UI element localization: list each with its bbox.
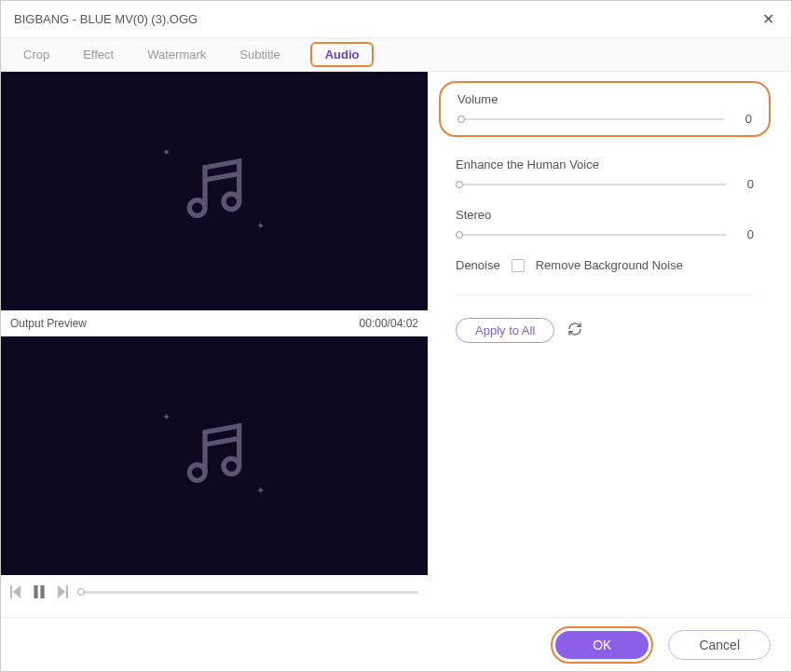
svg-rect-7 bbox=[66, 585, 68, 598]
music-note-icon: ✦ ✦ bbox=[177, 152, 252, 230]
svg-rect-5 bbox=[34, 585, 37, 598]
ok-button[interactable]: OK bbox=[555, 631, 649, 659]
controls-column: Volume 0 Enhance the Human Voice 0 bbox=[428, 72, 791, 617]
refresh-icon[interactable] bbox=[567, 322, 582, 340]
svg-point-1 bbox=[224, 194, 239, 210]
svg-rect-4 bbox=[10, 585, 12, 598]
tab-subtitle[interactable]: Subtitle bbox=[236, 42, 283, 67]
music-note-icon: ✦ ✦ bbox=[177, 417, 252, 495]
volume-slider-row: 0 bbox=[457, 112, 752, 126]
output-preview: ✦ ✦ bbox=[1, 336, 428, 575]
volume-group: Volume 0 bbox=[439, 81, 771, 137]
volume-thumb[interactable] bbox=[457, 116, 465, 123]
denoise-checkbox[interactable] bbox=[512, 259, 525, 272]
footer: OK Cancel bbox=[1, 617, 791, 671]
cancel-button[interactable]: Cancel bbox=[668, 630, 771, 660]
denoise-checkbox-label: Remove Background Noise bbox=[536, 258, 683, 272]
preview-info-row: Output Preview 00:00/04:02 bbox=[1, 310, 428, 336]
denoise-row: Denoise Remove Background Noise bbox=[456, 258, 754, 272]
tab-bar: Crop Effect Watermark Subtitle Audio bbox=[1, 38, 791, 72]
enhance-group: Enhance the Human Voice 0 bbox=[456, 158, 754, 191]
svg-point-2 bbox=[189, 465, 205, 481]
tab-watermark[interactable]: Watermark bbox=[143, 42, 210, 67]
pause-icon[interactable] bbox=[33, 585, 46, 598]
enhance-label: Enhance the Human Voice bbox=[456, 158, 754, 171]
output-preview-label: Output Preview bbox=[10, 317, 87, 330]
enhance-value: 0 bbox=[737, 177, 754, 191]
apply-row: Apply to All bbox=[456, 318, 754, 343]
playback-controls bbox=[1, 575, 428, 609]
tab-crop[interactable]: Crop bbox=[20, 42, 53, 67]
ok-highlight: OK bbox=[551, 626, 653, 664]
tab-effect[interactable]: Effect bbox=[79, 42, 117, 67]
stereo-label: Stereo bbox=[456, 208, 754, 222]
enhance-slider[interactable] bbox=[456, 184, 726, 185]
progress-slider[interactable] bbox=[77, 591, 418, 594]
next-icon[interactable] bbox=[55, 585, 68, 598]
stereo-slider-row: 0 bbox=[456, 227, 754, 241]
progress-thumb[interactable] bbox=[77, 588, 85, 596]
content-area: ✦ ✦ Output Preview 00:00/04:02 ✦ ✦ bbox=[1, 72, 791, 617]
enhance-thumb[interactable] bbox=[456, 181, 463, 188]
preview-column: ✦ ✦ Output Preview 00:00/04:02 ✦ ✦ bbox=[1, 72, 428, 617]
editor-window: BIGBANG - BLUE MV(0) (3).OGG ✕ Crop Effe… bbox=[0, 0, 792, 672]
denoise-label: Denoise bbox=[456, 258, 500, 272]
volume-label: Volume bbox=[457, 92, 752, 106]
preview-time: 00:00/04:02 bbox=[360, 317, 418, 330]
volume-slider[interactable] bbox=[457, 118, 724, 120]
separator bbox=[456, 295, 754, 295]
svg-rect-6 bbox=[40, 585, 44, 598]
tab-audio-highlight: Audio bbox=[310, 42, 375, 67]
svg-point-3 bbox=[224, 459, 239, 474]
close-icon[interactable]: ✕ bbox=[758, 7, 778, 32]
titlebar: BIGBANG - BLUE MV(0) (3).OGG ✕ bbox=[1, 1, 791, 38]
svg-point-0 bbox=[189, 200, 205, 216]
window-title: BIGBANG - BLUE MV(0) (3).OGG bbox=[14, 12, 198, 26]
stereo-value: 0 bbox=[737, 227, 754, 241]
volume-value: 0 bbox=[735, 112, 752, 126]
stereo-thumb[interactable] bbox=[456, 231, 463, 239]
prev-icon[interactable] bbox=[10, 585, 23, 598]
stereo-group: Stereo 0 bbox=[456, 208, 754, 241]
input-preview: ✦ ✦ bbox=[1, 72, 428, 310]
enhance-slider-row: 0 bbox=[456, 177, 754, 191]
stereo-slider[interactable] bbox=[456, 234, 726, 236]
tab-audio[interactable]: Audio bbox=[321, 42, 363, 67]
apply-all-button[interactable]: Apply to All bbox=[456, 318, 554, 343]
